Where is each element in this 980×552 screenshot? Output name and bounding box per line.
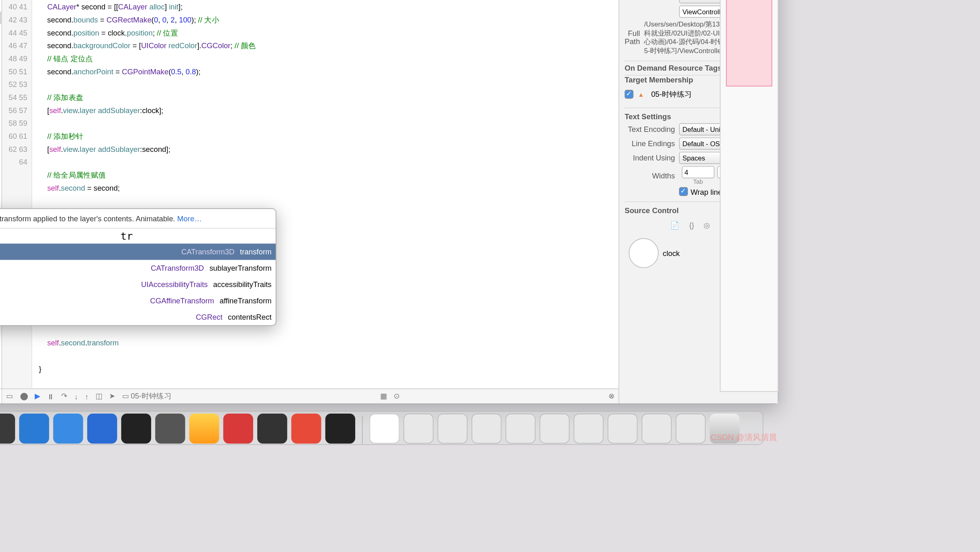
navigator-filter-bar: ＋ ⊙ bbox=[0, 388, 2, 403]
dock-iterm[interactable] bbox=[325, 414, 355, 443]
dock bbox=[0, 407, 784, 446]
xcode-window: ▶ ■ ▲05-时钟练习〉iPhone 6s Running 05-时钟练习 o… bbox=[0, 0, 778, 404]
dock-min6[interactable] bbox=[573, 414, 603, 443]
view-debug-button[interactable]: ◫ bbox=[96, 392, 102, 401]
code-editor[interactable]: 32 33 34 35 36 37 38 39 40 41 42 43 44 4… bbox=[2, 0, 618, 388]
dock-min9[interactable] bbox=[675, 414, 705, 443]
dock-imovie[interactable] bbox=[0, 414, 15, 443]
dock-quicktime[interactable] bbox=[257, 414, 287, 443]
completion-item[interactable]: PCGRect contentsRect bbox=[0, 309, 276, 325]
watermark: CSDN @清风清晨 bbox=[710, 432, 777, 443]
dock-min3[interactable] bbox=[471, 414, 501, 443]
dock-xcode[interactable] bbox=[87, 414, 117, 443]
pause-button[interactable]: ⏸ bbox=[47, 392, 54, 401]
dock-min7[interactable] bbox=[607, 414, 637, 443]
indent-label: Indent Using bbox=[625, 154, 675, 162]
tree-file[interactable]: ◫Main.storyboard bbox=[0, 24, 2, 36]
completion-typed-text: tr bbox=[0, 229, 276, 244]
tree-file[interactable]: ⓘInfo.plist bbox=[0, 60, 2, 73]
editor-area: ▦ 〈 〉 ▲05-时钟练习 〉 📁05-时钟练习 〉 mViewControl… bbox=[2, 0, 618, 403]
dock-min1[interactable] bbox=[403, 414, 433, 443]
step-into-button[interactable]: ↓ bbox=[74, 392, 78, 401]
tags-heading: On Demand Resource Tags bbox=[625, 64, 722, 72]
tree-file[interactable]: hViewController.h bbox=[0, 0, 2, 11]
step-out-button[interactable]: ↑ bbox=[85, 392, 89, 401]
process-selector[interactable]: ▭ 05-时钟练习 bbox=[122, 391, 172, 401]
tree-file[interactable]: ◫LaunchScreen.storyboard bbox=[0, 48, 2, 60]
completion-item[interactable]: PCATransform3D sublayerTransform bbox=[0, 260, 276, 276]
dock-p[interactable] bbox=[223, 414, 253, 443]
dock-s[interactable] bbox=[291, 414, 321, 443]
location-label: Location bbox=[625, 0, 675, 1]
tree-file[interactable]: ▦Assets.xcassets bbox=[0, 36, 2, 48]
step-over-button[interactable]: ↷ bbox=[61, 392, 67, 401]
completion-item[interactable]: PCATransform3D transform bbox=[0, 244, 276, 260]
thumbnail-label: clock bbox=[663, 249, 680, 257]
tree-file-selected[interactable]: mViewController.m bbox=[0, 11, 2, 24]
dock-min4[interactable] bbox=[505, 414, 535, 443]
completion-item[interactable]: PUIAccessibilityTraits accessibilityTrai… bbox=[0, 276, 276, 293]
clock-thumbnail[interactable] bbox=[629, 238, 659, 268]
simulator-window[interactable]: ⌂⚙☰ bbox=[720, 0, 778, 392]
sc-file-icon[interactable]: 📄 bbox=[670, 221, 679, 230]
dock-player[interactable] bbox=[369, 414, 399, 443]
widths-label: Widths bbox=[625, 171, 675, 180]
dock-sketch[interactable] bbox=[189, 414, 219, 443]
breakpoints-button[interactable]: ⬤ bbox=[20, 392, 28, 401]
project-tree[interactable]: ▼▲05-时钟练习 ▼📁05-时钟练习 hAppDelegate.h mAppD… bbox=[0, 0, 2, 388]
encoding-label: Text Encoding bbox=[625, 125, 675, 134]
simulator-screen bbox=[726, 0, 772, 87]
fullpath-label: Full Path bbox=[625, 29, 640, 46]
variables-view-button[interactable]: ▦ bbox=[380, 392, 387, 401]
console-filter[interactable]: ⊙ bbox=[394, 392, 400, 401]
debug-bar: ▭ ⬤ ▶ ⏸ ↷ ↓ ↑ ◫ ➤ ▭ 05-时钟练习 ▦ ⊙ ⊗ bbox=[2, 388, 618, 403]
toggle-debug-area-button[interactable]: ▭ bbox=[6, 392, 13, 401]
sc-braces-icon[interactable]: {} bbox=[689, 221, 694, 230]
tab-width-stepper[interactable]: 4 bbox=[682, 166, 715, 178]
continue-button[interactable]: ▶ bbox=[35, 392, 40, 401]
doc-more-link[interactable]: More… bbox=[177, 214, 202, 223]
dock-settings[interactable] bbox=[155, 414, 185, 443]
dock-min8[interactable] bbox=[641, 414, 671, 443]
completion-item[interactable]: MCGAffineTransform affineTransform bbox=[0, 293, 276, 309]
code-lines[interactable]: clock.cornerRadius = 100; clock.masksToB… bbox=[32, 0, 619, 388]
completion-doc: The transform applied to the layer's con… bbox=[0, 209, 276, 229]
dock-terminal[interactable] bbox=[121, 414, 151, 443]
wrap-checkbox[interactable] bbox=[679, 187, 688, 196]
dock-min5[interactable] bbox=[539, 414, 569, 443]
location-button[interactable]: ➤ bbox=[109, 392, 115, 401]
target-name: 05-时钟练习 bbox=[651, 89, 692, 99]
code-completion-popup: The transform applied to the layer's con… bbox=[0, 208, 276, 326]
dock-app2[interactable] bbox=[53, 414, 82, 443]
sc-circle-icon[interactable]: ◎ bbox=[704, 221, 710, 230]
endings-label: Line Endings bbox=[625, 140, 675, 148]
clear-console-button[interactable]: ⊗ bbox=[608, 392, 615, 401]
target-checkbox[interactable] bbox=[625, 90, 634, 99]
dock-min2[interactable] bbox=[437, 414, 467, 443]
dock-app1[interactable] bbox=[19, 414, 49, 443]
tree-group[interactable]: ▶📁Supporting Files bbox=[0, 73, 2, 85]
tree-group[interactable]: ▶📁Products bbox=[0, 85, 2, 97]
line-gutter[interactable]: 32 33 34 35 36 37 38 39 40 41 42 43 44 4… bbox=[2, 0, 32, 388]
